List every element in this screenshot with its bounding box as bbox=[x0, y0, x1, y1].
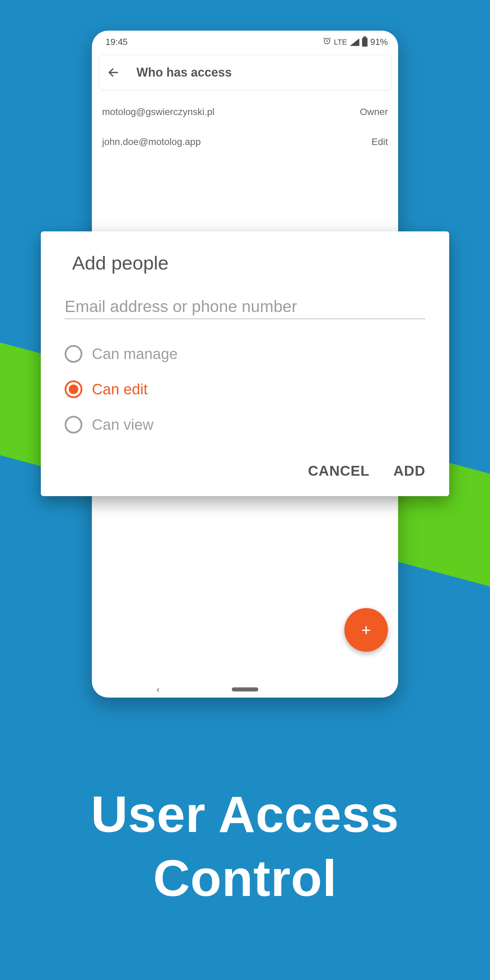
add-people-dialog: Add people Can manage Can edit Can view … bbox=[41, 231, 449, 496]
access-row[interactable]: motolog@gswierczynski.pl Owner bbox=[92, 97, 398, 127]
radio-label: Can manage bbox=[92, 345, 178, 363]
radio-can-edit[interactable]: Can edit bbox=[65, 372, 425, 407]
alarm-icon bbox=[323, 37, 331, 47]
radio-icon bbox=[65, 345, 82, 363]
access-email: john.doe@motolog.app bbox=[102, 137, 201, 147]
radio-icon bbox=[65, 416, 82, 434]
marketing-caption: User Access Control bbox=[0, 783, 490, 910]
dialog-title: Add people bbox=[72, 252, 425, 274]
status-time: 19:45 bbox=[105, 37, 127, 47]
access-role: Edit bbox=[372, 137, 388, 147]
page-title: Who has access bbox=[137, 65, 232, 80]
battery-label: 91% bbox=[370, 37, 388, 47]
nav-back-icon[interactable]: ‹ bbox=[156, 684, 159, 695]
signal-icon bbox=[350, 38, 360, 46]
access-list: motolog@gswierczynski.pl Owner john.doe@… bbox=[92, 90, 398, 164]
plus-icon: + bbox=[361, 620, 371, 640]
radio-label: Can edit bbox=[92, 381, 148, 398]
back-arrow-icon[interactable] bbox=[107, 66, 119, 79]
cancel-button[interactable]: CANCEL bbox=[308, 463, 369, 479]
access-row[interactable]: john.doe@motolog.app Edit bbox=[92, 127, 398, 157]
add-fab-button[interactable]: + bbox=[344, 608, 388, 652]
add-button[interactable]: ADD bbox=[393, 463, 425, 479]
radio-label: Can view bbox=[92, 416, 153, 433]
system-nav-bar: ‹ bbox=[92, 687, 398, 692]
access-role: Owner bbox=[360, 107, 388, 118]
network-label: LTE bbox=[334, 38, 347, 47]
radio-can-manage[interactable]: Can manage bbox=[65, 336, 425, 372]
radio-icon bbox=[65, 380, 82, 398]
battery-icon bbox=[362, 38, 368, 47]
radio-can-view[interactable]: Can view bbox=[65, 407, 425, 442]
status-bar: 19:45 LTE 91% bbox=[92, 30, 398, 49]
nav-handle[interactable] bbox=[232, 687, 258, 692]
email-phone-input[interactable] bbox=[65, 294, 425, 319]
access-email: motolog@gswierczynski.pl bbox=[102, 107, 215, 118]
header-card: Who has access bbox=[99, 55, 391, 90]
